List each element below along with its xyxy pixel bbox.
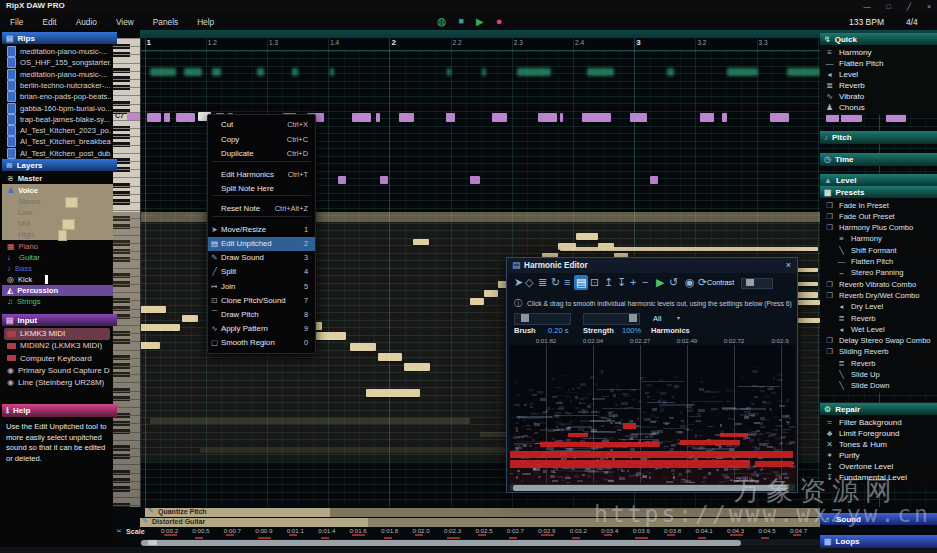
context-menu-item-smooth-region[interactable]: ▢Smooth Region0: [208, 335, 315, 349]
white-key[interactable]: [113, 169, 140, 170]
white-key[interactable]: [113, 79, 140, 80]
context-menu-item-edit-harmonics[interactable]: Edit HarmonicsCtrl+T: [208, 167, 315, 181]
white-key[interactable]: [113, 177, 140, 178]
preset-item[interactable]: ↔Stereo Panning: [836, 267, 934, 278]
preset-item[interactable]: ❐Reverb Vibrato Combo: [824, 279, 934, 290]
quick-item-reverb[interactable]: ≣Reverb: [824, 80, 934, 91]
white-key[interactable]: [113, 71, 140, 72]
scrollbar-notch[interactable]: [148, 540, 157, 545]
play-icon[interactable]: ▶: [476, 13, 484, 30]
preset-item[interactable]: ≣Reverb: [836, 313, 934, 324]
loop-metronome-icon[interactable]: ◍: [437, 13, 447, 30]
select-tool-icon[interactable]: ➤: [514, 275, 523, 289]
input-header[interactable]: ▤Input: [2, 314, 117, 326]
input-item[interactable]: ◉Primary Sound Capture Dr...: [4, 365, 110, 377]
quick-item-vibrato[interactable]: ∿Vibrato: [824, 91, 934, 102]
white-key[interactable]: [113, 54, 140, 55]
layer-item-piano[interactable]: ▦Piano: [7, 241, 111, 252]
preset-item[interactable]: ◂Wet Level: [836, 324, 934, 335]
refresh-icon[interactable]: ⟳: [698, 275, 707, 289]
context-menu-item-clone-pitch-sound[interactable]: ⊡Clone Pitch/Sound7: [208, 293, 315, 307]
bpm-display[interactable]: 133 BPM: [849, 17, 884, 27]
white-key[interactable]: [113, 46, 140, 47]
white-key[interactable]: [113, 87, 140, 88]
rip-item[interactable]: AI_Test_Kitchen_2023_po...: [7, 125, 111, 136]
rip-item[interactable]: AI_Test_Kitchen_post_dub...: [7, 148, 111, 159]
history-icon[interactable]: ↺: [669, 275, 678, 289]
input-item[interactable]: Computer Keyboard: [4, 352, 110, 364]
rip-item[interactable]: gabba-160-bpm-burial-vo...: [7, 103, 111, 114]
spectrogram[interactable]: [510, 345, 795, 483]
section-header-pitch[interactable]: ♪Pitch: [820, 131, 937, 144]
help-header[interactable]: ℹHelp: [2, 404, 117, 417]
preset-item[interactable]: ❐Fade Out Preset: [824, 211, 934, 222]
record-icon[interactable]: ●: [496, 13, 503, 30]
smooth-brush-tool-icon[interactable]: ▤: [576, 275, 586, 289]
menu-file[interactable]: File: [10, 17, 23, 27]
raise-level-icon[interactable]: ↥: [604, 275, 613, 289]
preset-item[interactable]: ≣Reverb: [836, 358, 934, 369]
strength-slider-thumb[interactable]: [629, 314, 637, 322]
time-signature-display[interactable]: 4/4: [906, 17, 918, 27]
layer-item-guitar[interactable]: ♩Guitar: [7, 252, 111, 263]
voice-sub-stereo[interactable]: Stereo: [18, 196, 108, 207]
quick-item-level[interactable]: ◂Level: [824, 69, 934, 80]
harmonics-select[interactable]: All: [653, 314, 661, 323]
layer-item-bass[interactable]: ♪Bass: [7, 263, 111, 274]
layer-item-kick[interactable]: ◎Kick: [7, 274, 111, 285]
rip-item[interactable]: meditation-piano-music-...: [7, 46, 111, 57]
menu-audio[interactable]: Audio: [76, 17, 97, 27]
rip-item[interactable]: meditation-piano-music-...: [7, 69, 111, 80]
rip-item[interactable]: berlin-techno-nutcracker-...: [7, 80, 111, 91]
harmonic-editor-window[interactable]: ▤ Harmonic Editor × ➤◇≣↻≡▤⊡↥↧+−▶↺◉⟳ Cont…: [506, 257, 798, 493]
restore-button[interactable]: ╱: [907, 3, 911, 11]
quick-item-flatten-pitch[interactable]: —Flatten Pitch: [824, 58, 934, 69]
white-key[interactable]: [113, 63, 140, 64]
context-menu-item-draw-sound[interactable]: ✎Draw Sound3: [208, 251, 315, 265]
context-menu-item-duplicate[interactable]: DuplicateCtrl+D: [208, 146, 315, 160]
preset-item[interactable]: —Flatten Pitch: [836, 256, 934, 267]
white-key[interactable]: [113, 161, 140, 162]
rips-header[interactable]: ▤Rips: [2, 32, 117, 44]
layer-item-strings[interactable]: ♫Strings: [7, 296, 111, 307]
white-key[interactable]: [113, 186, 140, 187]
lines-tool-icon[interactable]: ≡: [564, 275, 570, 289]
context-menu-item-split[interactable]: ╱Split4: [208, 265, 315, 279]
rip-item[interactable]: OS_HHF_155_songstarter...: [7, 57, 111, 68]
context-menu-item-reset-note[interactable]: Reset NoteCtrl+Alt+Z: [208, 201, 315, 215]
menu-help[interactable]: Help: [197, 17, 214, 27]
quick-item-harmony[interactable]: ≡Harmony: [824, 47, 934, 58]
white-key[interactable]: [113, 38, 140, 39]
repair-item-overtone-level[interactable]: ↥Overtone Level: [824, 461, 934, 472]
menu-panels[interactable]: Panels: [153, 17, 178, 27]
white-key[interactable]: [113, 95, 140, 96]
rip-item[interactable]: AI_Test_Kitchen_breakbea...: [7, 136, 111, 147]
white-key[interactable]: [113, 128, 140, 129]
layer-item-master[interactable]: ≋Master: [7, 173, 111, 184]
horizontal-scrollbar-thumb[interactable]: [141, 540, 741, 546]
preset-item[interactable]: ≡Harmony: [836, 233, 934, 244]
close-icon[interactable]: ×: [786, 260, 791, 270]
repair-item-purify[interactable]: ✶Purify: [824, 450, 934, 461]
preset-item[interactable]: ◂Dry Level: [836, 301, 934, 312]
context-menu-item-split-note-here[interactable]: Split Note Here: [208, 181, 315, 195]
white-key[interactable]: [113, 104, 140, 105]
menu-edit[interactable]: Edit: [42, 17, 56, 27]
minimize-button[interactable]: —: [863, 3, 870, 10]
snapshot-icon[interactable]: ⊡: [590, 275, 599, 289]
white-key[interactable]: [113, 194, 140, 195]
menu-view[interactable]: View: [116, 17, 134, 27]
brush-slider-thumb[interactable]: [521, 314, 529, 322]
voice-sub-low[interactable]: Low: [18, 207, 108, 218]
lower-level-icon[interactable]: ↧: [617, 275, 626, 289]
input-item[interactable]: LKMK3 MIDI: [4, 328, 110, 340]
repair-item-limit-foreground[interactable]: ♣Limit Foreground: [824, 428, 934, 439]
add-icon[interactable]: +: [630, 275, 636, 289]
section-header-time[interactable]: ◷Time: [820, 153, 937, 166]
harmonic-editor-titlebar[interactable]: ▤ Harmonic Editor ×: [507, 258, 797, 273]
preset-item[interactable]: ❐Reverb Dry/Wet Combo: [824, 290, 934, 301]
presets-header[interactable]: ▦Presets: [820, 186, 937, 198]
white-key[interactable]: [113, 136, 140, 137]
preset-item[interactable]: ╲Slide Down: [836, 380, 934, 391]
white-key[interactable]: [113, 202, 140, 203]
